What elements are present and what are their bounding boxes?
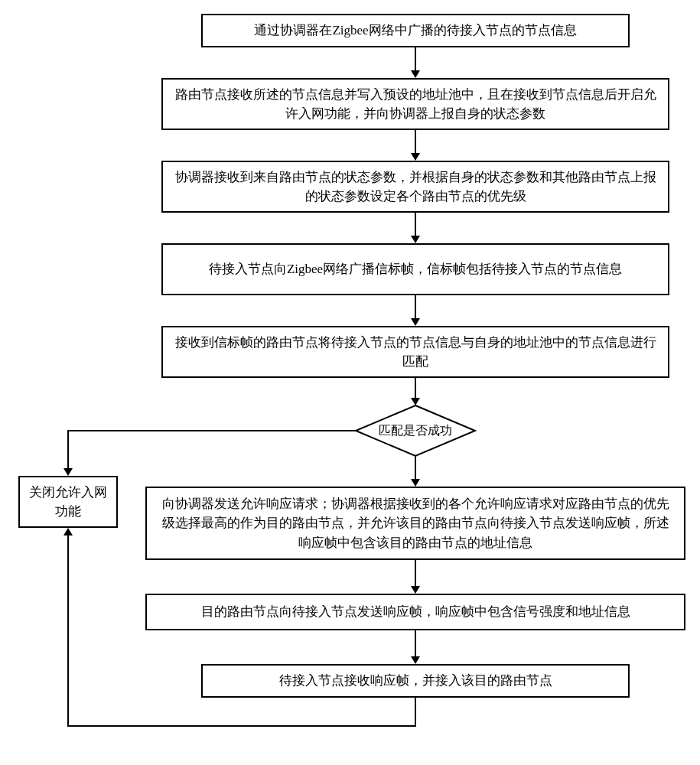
node-text: 路由节点接收所述的节点信息并写入预设的地址池中，且在接收到节点信息后开启允许入网… — [172, 85, 659, 124]
flow-node-7: 目的路由节点向待接入节点发送响应帧，响应帧中包含信号强度和地址信息 — [145, 594, 685, 630]
flow-node-6: 向协调器发送允许响应请求；协调器根据接收到的各个允许响应请求对应路由节点的优先级… — [145, 487, 685, 560]
flow-node-4: 待接入节点向Zigbee网络广播信标帧，信标帧包括待接入节点的节点信息 — [161, 243, 669, 295]
arrow-head-icon — [411, 656, 420, 664]
edge — [415, 295, 416, 318]
flow-node-8: 待接入节点接收响应帧，并接入该目的路由节点 — [201, 664, 630, 698]
flow-node-1: 通过协调器在Zigbee网络中广播的待接入节点的节点信息 — [201, 14, 630, 47]
flow-node-5: 接收到信标帧的路由节点将待接入节点的节点信息与自身的地址池中的节点信息进行匹配 — [161, 326, 669, 378]
node-text: 接收到信标帧的路由节点将待接入节点的节点信息与自身的地址池中的节点信息进行匹配 — [172, 333, 659, 372]
arrow-head-icon — [411, 236, 420, 243]
arrow-head-icon — [411, 153, 420, 161]
decision-match: 匹配是否成功 — [354, 404, 477, 457]
node-text: 关闭允许入网功能 — [29, 483, 107, 522]
node-text: 协调器接收到来自路由节点的状态参数，并根据自身的状态参数和其他路由节点上报的状态… — [172, 168, 659, 207]
edge — [415, 130, 416, 153]
flow-node-side: 关闭允许入网功能 — [18, 476, 118, 528]
arrow-head-icon — [411, 70, 420, 78]
node-text: 待接入节点接收响应帧，并接入该目的路由节点 — [279, 671, 552, 691]
decision-text: 匹配是否成功 — [379, 423, 452, 439]
edge — [415, 560, 416, 586]
edge-diamond-to-side-v — [67, 430, 69, 468]
arrow-head-icon — [411, 318, 420, 326]
arrow-head-icon — [63, 528, 73, 536]
edge-feedback-v2 — [67, 536, 69, 727]
edge — [415, 456, 416, 479]
edge-diamond-to-side-h — [67, 430, 356, 431]
edge-feedback-v1 — [415, 698, 416, 727]
node-text: 待接入节点向Zigbee网络广播信标帧，信标帧包括待接入节点的节点信息 — [209, 259, 622, 279]
node-text: 目的路由节点向待接入节点发送响应帧，响应帧中包含信号强度和地址信息 — [201, 602, 630, 622]
arrow-head-icon — [411, 398, 420, 405]
arrow-head-icon — [411, 479, 420, 487]
arrow-head-icon — [63, 468, 73, 476]
flow-node-2: 路由节点接收所述的节点信息并写入预设的地址池中，且在接收到节点信息后开启允许入网… — [161, 78, 669, 130]
edge — [415, 378, 416, 398]
node-text: 向协调器发送允许响应请求；协调器根据接收到的各个允许响应请求对应路由节点的优先级… — [156, 494, 675, 553]
flow-node-3: 协调器接收到来自路由节点的状态参数，并根据自身的状态参数和其他路由节点上报的状态… — [161, 161, 669, 213]
edge — [415, 213, 416, 236]
node-text: 通过协调器在Zigbee网络中广播的待接入节点的节点信息 — [254, 21, 576, 41]
edge — [415, 47, 416, 70]
edge — [415, 630, 416, 656]
arrow-head-icon — [411, 586, 420, 594]
edge-feedback-h — [67, 725, 416, 727]
